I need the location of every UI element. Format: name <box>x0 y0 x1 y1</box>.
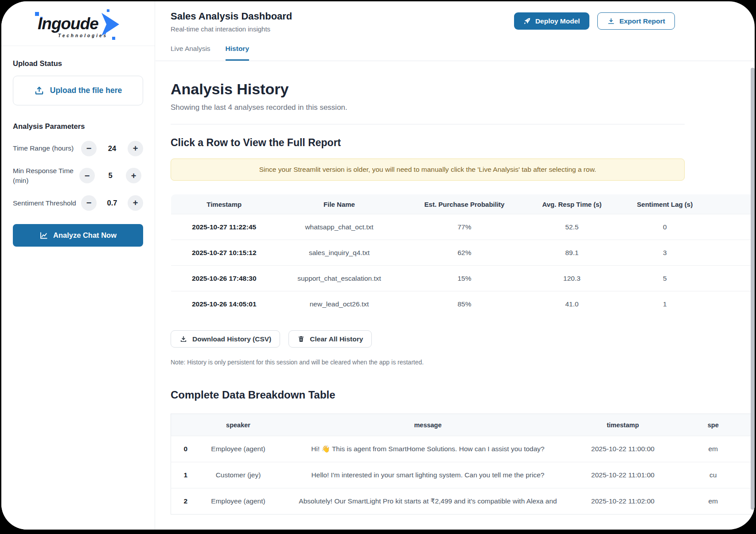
deploy-button-label: Deploy Model <box>535 17 580 25</box>
upload-status-title: Upload Status <box>13 59 143 68</box>
cell: 41.0 <box>528 291 616 317</box>
param-label: Sentiment Threshold <box>13 198 81 208</box>
time-range-stepper: − 24 + <box>81 141 143 156</box>
analysis-history-table: TimestampFile NameEst. Purchase Probabil… <box>171 194 755 317</box>
min-response-stepper: − 5 + <box>79 168 141 183</box>
export-report-button[interactable]: Export Report <box>597 12 675 30</box>
logo-pixel <box>107 9 109 12</box>
sentiment-stepper: − 0.7 + <box>81 195 143 211</box>
cell: support_chat_escalation.txt <box>277 266 401 291</box>
table-row[interactable]: 2025-10-27 11:22:45whatsapp_chat_oct.txt… <box>171 214 755 240</box>
breakdown-heading: Complete Data Breakdown Table <box>171 389 755 401</box>
cell: 0 <box>171 436 200 462</box>
column-header: File Name <box>277 194 401 214</box>
logo-tagline: Technologies <box>58 33 108 38</box>
upload-icon <box>34 85 44 96</box>
history-panel: Analysis History Showing the last 4 anal… <box>156 65 755 530</box>
table-row[interactable]: 2025-10-26 14:05:01new_lead_oct26.txt85%… <box>171 291 755 317</box>
cell: 5 <box>616 266 755 291</box>
minus-icon[interactable]: − <box>79 168 95 183</box>
tab-bar: Live Analysis History <box>156 45 755 61</box>
column-header: Timestamp <box>171 194 277 214</box>
cell: whatsapp_chat_oct.txt <box>277 214 401 240</box>
column-header: Avg. Resp Time (s) <box>528 194 616 214</box>
data-breakdown-table: speakermessagetimestampspe0Employee (age… <box>171 414 755 515</box>
cell: cu <box>666 462 755 488</box>
upload-file-button[interactable]: Upload the file here <box>13 76 143 105</box>
rocket-icon <box>523 17 531 25</box>
table-row[interactable]: 2025-10-27 10:15:12sales_inquiry_q4.txt6… <box>171 240 755 266</box>
cell: 85% <box>401 291 528 317</box>
sidebar: Ingoude Technologies Upload Status Uploa… <box>1 1 155 530</box>
streamlit-version-warning: Since your Streamlit version is older, y… <box>171 159 685 181</box>
cell: 1 <box>616 291 755 317</box>
table-row: 1Customer (jey)Hello! I'm interested in … <box>171 462 755 488</box>
warning-text: Since your Streamlit version is older, y… <box>259 166 596 174</box>
deploy-model-button[interactable]: Deploy Model <box>514 12 589 30</box>
header-actions: Deploy Model Export Report <box>514 12 675 30</box>
column-header: speaker <box>200 414 277 436</box>
analyze-button-label: Analyze Chat Now <box>53 231 117 240</box>
cell: 2 <box>171 488 200 515</box>
cell: Hi! 👋 This is agent from SmartHome Solut… <box>277 436 580 462</box>
table-header-row: TimestampFile NameEst. Purchase Probabil… <box>171 194 755 214</box>
tab-history[interactable]: History <box>226 45 249 61</box>
column-header <box>171 414 200 436</box>
cell: 2025-10-22 11:02:00 <box>580 488 666 515</box>
app-window: Ingoude Technologies Upload Status Uploa… <box>1 1 755 530</box>
param-time-range: Time Range (hours) − 24 + <box>13 140 143 156</box>
download-icon <box>179 335 187 343</box>
cell: 15% <box>401 266 528 291</box>
trash-icon <box>297 335 305 343</box>
plus-icon[interactable]: + <box>128 195 143 211</box>
cell: 2025-10-27 11:22:45 <box>171 214 277 240</box>
cell: 2025-10-27 10:15:12 <box>171 240 277 266</box>
cell: 89.1 <box>528 240 616 266</box>
column-header: message <box>277 414 580 436</box>
minus-icon[interactable]: − <box>81 141 97 156</box>
cell: new_lead_oct26.txt <box>277 291 401 317</box>
param-value: 5 <box>95 171 126 180</box>
click-row-heading: Click a Row to View the Full Report <box>171 137 755 149</box>
cell: 1 <box>171 462 200 488</box>
analysis-parameters-title: Analysis Parameters <box>13 122 143 131</box>
download-history-button[interactable]: Download History (CSV) <box>171 330 280 348</box>
tab-live-analysis[interactable]: Live Analysis <box>171 45 210 61</box>
cell: 2025-10-22 11:01:00 <box>580 462 666 488</box>
cell: 0 <box>616 214 755 240</box>
analysis-history-subtitle: Showing the last 4 analyses recorded in … <box>171 103 755 112</box>
main-area: Sales Analysis Dashboard Real-time chat … <box>156 1 755 530</box>
cell: em <box>666 436 755 462</box>
cell: Hello! I'm interested in your smart ligh… <box>277 462 580 488</box>
cell: Customer (jey) <box>200 462 277 488</box>
table-row[interactable]: 2025-10-26 17:48:30support_chat_escalati… <box>171 266 755 291</box>
param-min-response: Min Response Time (min) − 5 + <box>13 166 143 185</box>
cell: Employee (agent) <box>200 488 277 515</box>
column-header: Sentiment Lag (s) <box>616 194 755 214</box>
analyze-chat-button[interactable]: Analyze Chat Now <box>13 224 143 247</box>
logo-pixel <box>112 37 115 40</box>
logo-wordmark: Ingoude <box>38 15 98 33</box>
plus-icon[interactable]: + <box>128 141 143 156</box>
table-row: 0Employee (agent)Hi! 👋 This is agent fro… <box>171 436 755 462</box>
cell: em <box>666 488 755 515</box>
divider <box>171 124 685 124</box>
logo-pixel <box>104 32 106 34</box>
export-button-label: Export Report <box>620 17 665 25</box>
column-header: timestamp <box>580 414 666 436</box>
table-row: 2Employee (agent)Absolutely! Our SmartLi… <box>171 488 755 515</box>
cell: 3 <box>616 240 755 266</box>
param-value: 0.7 <box>97 199 128 207</box>
minus-icon[interactable]: − <box>81 195 97 211</box>
download-history-label: Download History (CSV) <box>192 335 271 343</box>
history-actions: Download History (CSV) Clear All History <box>171 330 755 348</box>
cell: 52.5 <box>528 214 616 240</box>
vertical-scrollbar[interactable] <box>751 68 755 510</box>
param-value: 24 <box>97 144 128 153</box>
cell: 2025-10-22 11:00:00 <box>580 436 666 462</box>
cell: 120.3 <box>528 266 616 291</box>
analysis-history-title: Analysis History <box>171 81 755 98</box>
upload-button-label: Upload the file here <box>50 86 122 95</box>
clear-history-button[interactable]: Clear All History <box>288 330 372 348</box>
plus-icon[interactable]: + <box>126 168 141 183</box>
